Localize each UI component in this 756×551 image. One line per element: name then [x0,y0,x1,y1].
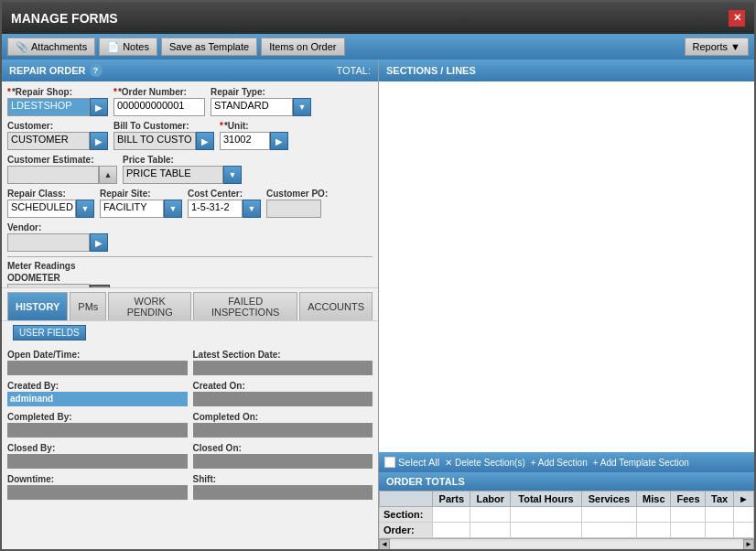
order-number-input[interactable]: 000000000001 [113,98,205,116]
closed-by-label: Closed By: [7,443,188,453]
order-number-group: *Order Number: 000000000001 [113,87,205,116]
created-on-field: Created On: [193,381,373,406]
meter-row: ODOMETER — [7,273,373,287]
open-date-value [7,361,188,375]
repair-class-dropdown-btn[interactable]: ▼ [76,200,94,218]
toolbar-tabs: 📎 Attachments 📄 Notes Save as Template I… [7,38,345,56]
section-misc [637,507,671,523]
price-table-dropdown-btn[interactable]: ▼ [223,166,242,184]
add-template-section-btn[interactable]: + Add Template Section [593,458,689,468]
tab-save-as-template[interactable]: Save as Template [161,38,257,56]
vendor-arrow-btn[interactable]: ▶ [90,233,108,252]
divider-1 [7,256,373,257]
order-totals-table: Parts Labor Total Hours Services Misc Fe… [379,491,754,538]
customer-estimate-label: Customer Estimate: [7,155,117,165]
price-table-group: Price Table: PRICE TABLE ▼ [123,155,242,184]
closed-by-value [7,454,188,469]
user-fields-tab[interactable]: USER FIELDS [13,325,86,340]
completed-by-value [7,423,188,438]
created-by-field: Created By: adminand [7,381,188,406]
select-all-checkbox[interactable] [384,457,395,468]
repair-site-input[interactable]: FACILITY [100,200,164,218]
section-tax [706,507,733,523]
delete-sections-btn[interactable]: ✕ Delete Section(s) [445,458,524,468]
order-hours [511,523,581,538]
customer-input[interactable]: CUSTOMER [7,132,90,150]
order-totals-table-container: Parts Labor Total Hours Services Misc Fe… [379,491,754,538]
totals-col-misc: Misc [637,492,671,507]
reports-button[interactable]: Reports ▼ [685,38,749,56]
odometer-label: ODOMETER [7,273,110,283]
customer-po-input[interactable] [266,200,321,218]
meter-readings-label: Meter Readings [7,261,373,271]
title-bar: MANAGE FORMS ✕ [2,2,754,34]
totals-col-services: Services [581,492,637,507]
user-fields-area: USER FIELDS [2,320,378,344]
form-row-3: Customer Estimate: ▲ Price Table: PRICE … [7,155,373,184]
cost-center-input[interactable]: 1-5-31-2 [188,200,243,218]
bill-to-customer-arrow-btn[interactable]: ▶ [196,132,214,150]
toolbar: 📎 Attachments 📄 Notes Save as Template I… [2,34,754,59]
tab-history[interactable]: HISTORY [7,292,68,320]
section-services [581,507,637,523]
downtime-field: Downtime: [7,474,188,500]
tab-failed-inspections[interactable]: FAILED INSPECTIONS [193,292,297,320]
form-row-5: Vendor: ▶ [7,222,373,252]
closed-on-label: Closed On: [193,443,373,453]
closed-on-value [193,454,373,469]
downtime-label: Downtime: [7,474,188,484]
repair-site-dropdown-btn[interactable]: ▼ [164,200,182,218]
vendor-input[interactable] [7,233,90,252]
customer-group: Customer: CUSTOMER ▶ [7,121,108,150]
repair-shop-input[interactable]: LDESTSHOP [7,98,90,116]
tab-accounts[interactable]: ACCOUNTS [299,292,373,320]
customer-estimate-spinner-up[interactable]: ▲ [99,166,117,184]
sections-area [379,81,754,452]
customer-estimate-input[interactable] [7,166,99,184]
section-label: Section: [380,507,433,523]
unit-input[interactable]: 31002 [220,132,270,150]
section-fees [671,507,706,523]
shift-value [193,485,373,500]
right-panel: SECTIONS / LINES Select All ✕ Delete Sec… [379,59,754,549]
order-tax [706,523,733,538]
scroll-left-btn[interactable]: ◄ [379,539,390,550]
price-table-input[interactable]: PRICE TABLE [123,166,223,184]
scroll-track[interactable] [390,541,743,548]
repair-type-input[interactable]: STANDARD [211,98,293,116]
repair-site-group: Repair Site: FACILITY ▼ [100,189,182,218]
close-button[interactable]: ✕ [729,10,745,27]
tab-notes[interactable]: 📄 Notes [99,38,157,56]
price-table-input-group: PRICE TABLE ▼ [123,166,242,184]
totals-col-more: ► [733,492,753,507]
tab-pms[interactable]: PMs [70,292,106,320]
created-by-label: Created By: [7,381,188,391]
tab-work-pending[interactable]: WORK PENDING [108,292,191,320]
section-more [733,507,753,523]
unit-group: *Unit: 31002 ▶ [220,121,288,150]
add-section-btn[interactable]: + Add Section [531,458,588,468]
repair-shop-arrow-btn[interactable]: ▶ [90,98,108,116]
repair-type-group: Repair Type: STANDARD ▼ [211,87,311,116]
closed-by-field: Closed By: [7,443,188,469]
repair-class-input[interactable]: SCHEDULED [7,200,76,218]
unit-arrow-btn[interactable]: ▶ [270,132,288,150]
tab-items-on-order[interactable]: Items on Order [261,38,344,56]
customer-label: Customer: [7,121,108,131]
info-icon[interactable]: ? [90,64,103,77]
downtime-value [7,485,188,500]
totals-col-labor: Labor [470,492,511,507]
meter-readings-section: Meter Readings ODOMETER — [7,261,373,287]
order-totals-header: ORDER TOTALS [379,472,754,491]
order-labor [470,523,511,538]
repair-order-header: REPAIR ORDER ? TOTAL: [2,59,378,81]
cost-center-dropdown-btn[interactable]: ▼ [243,200,261,218]
scroll-right-btn[interactable]: ► [743,539,754,550]
repair-type-dropdown-btn[interactable]: ▼ [293,98,311,116]
totals-col-hours: Total Hours [511,492,581,507]
tab-attachments[interactable]: 📎 Attachments [7,38,95,56]
customer-arrow-btn[interactable]: ▶ [90,132,108,150]
totals-col-parts: Parts [433,492,470,507]
bill-to-customer-input[interactable]: BILL TO CUSTO [113,132,196,150]
repair-type-label: Repair Type: [211,87,311,97]
